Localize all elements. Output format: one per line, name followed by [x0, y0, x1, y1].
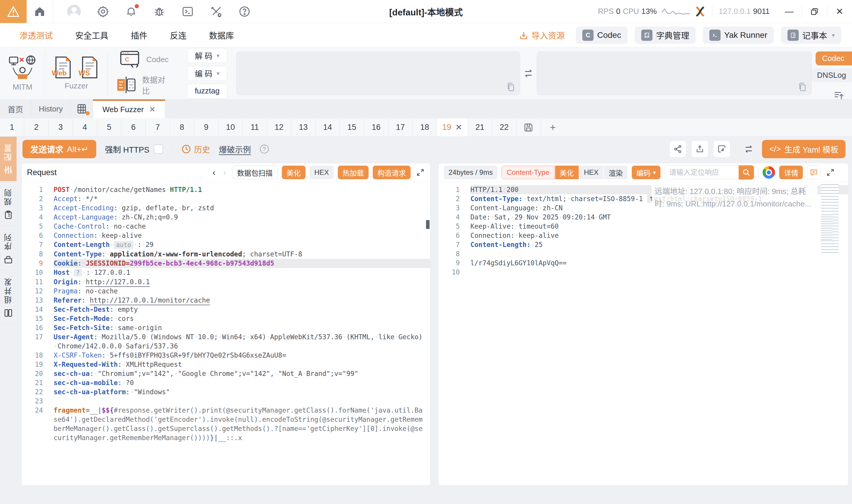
content-type-tag[interactable]: Content-Type	[502, 166, 554, 179]
fuzzer-subtab[interactable]: 4	[73, 118, 97, 136]
generate-yaml-button[interactable]: </>生成 Yaml 模板	[762, 140, 846, 158]
switch-layout-button[interactable]	[740, 141, 757, 158]
fuzzer-subtab[interactable]: 12	[267, 118, 291, 136]
response-editor[interactable]: 远端地址: 127.0.0.1:80; 响应时间: 9ms; 总耗时: 9ms;…	[438, 182, 848, 485]
force-https-option[interactable]: 强制 HTTPS	[105, 143, 163, 155]
notepad-button[interactable]: 记事本 ▾	[781, 26, 841, 44]
rail-item-序列[interactable]: 序列	[0, 226, 17, 271]
codec-input-textarea[interactable]	[236, 52, 520, 95]
collapse-panel-button[interactable]	[833, 90, 845, 101]
fuzzer-subtab[interactable]: 2	[24, 118, 49, 136]
export-button[interactable]	[691, 141, 709, 158]
codec-shortcut-button[interactable]: C Codec	[576, 26, 628, 44]
fuzzer-subtab[interactable]: 21	[468, 118, 492, 136]
force-https-checkbox[interactable]	[154, 144, 163, 154]
encode-response-button[interactable]: 编码▾	[632, 166, 661, 179]
fuzzer-subtab[interactable]: 6	[121, 118, 146, 136]
prev-request-button[interactable]: ‹	[211, 167, 217, 178]
fuzzer-subtab[interactable]: 14	[316, 118, 340, 136]
close-subtab-icon[interactable]: ✕	[455, 123, 462, 132]
copy-icon[interactable]	[797, 82, 807, 92]
home-button[interactable]	[27, 0, 53, 23]
restore-button[interactable]	[802, 0, 827, 23]
help-button[interactable]	[238, 5, 251, 18]
mitm-tool[interactable]: MITM	[0, 51, 45, 95]
fuzzer-subtab[interactable]: 19✕	[437, 118, 468, 136]
fuzzer-subtab[interactable]: 5	[97, 118, 121, 136]
rail-item-规则[interactable]: 规则	[0, 181, 17, 226]
close-button[interactable]: ✕	[827, 0, 852, 23]
render-response-button[interactable]: 渲染	[604, 166, 628, 179]
fuzzer-subtab[interactable]: 3	[49, 118, 73, 136]
menu-item[interactable]: 插件	[131, 29, 147, 41]
tab-history[interactable]: History	[31, 100, 71, 118]
fullscreen-response-button[interactable]	[826, 168, 835, 177]
fuzzer-subtab[interactable]: 16	[364, 118, 388, 136]
rail-item-组并发[interactable]: 组并发	[0, 271, 17, 324]
add-tab-button[interactable]: +	[541, 118, 565, 136]
comment-button[interactable]	[807, 166, 821, 179]
open-in-chrome-button[interactable]	[763, 166, 775, 179]
fuzzer-subtab[interactable]: 10	[219, 118, 243, 136]
yak-runner-button[interactable]: Yak Runner	[703, 26, 774, 44]
tools-button[interactable]	[210, 5, 222, 18]
share-button[interactable]	[670, 141, 686, 158]
dnslog-side-tab[interactable]: DNSLog	[812, 68, 852, 82]
scrollbar-thumb[interactable]	[426, 220, 430, 229]
insert-payload-button[interactable]	[713, 141, 730, 158]
fuzzer-subtab[interactable]: 18	[413, 118, 437, 136]
beautify-button[interactable]: 美化	[282, 166, 306, 179]
next-request-button[interactable]: ›	[222, 167, 228, 178]
yakit-logo[interactable]	[0, 0, 27, 23]
fuzzer-subtab[interactable]: 15	[340, 118, 364, 136]
menu-item[interactable]: 渗透测试	[19, 29, 53, 41]
search-button[interactable]	[738, 165, 754, 180]
menu-item[interactable]: 安全工具	[75, 29, 108, 41]
help-circle-icon[interactable]: ?	[260, 145, 269, 154]
bug-report-button[interactable]	[153, 5, 166, 18]
menu-item[interactable]: 反连	[170, 29, 187, 41]
history-button[interactable]: 历史	[181, 143, 210, 155]
rail-item-配置[interactable]: 配置	[0, 137, 17, 181]
fuzzer-subtab[interactable]: 17	[388, 118, 413, 136]
fullscreen-button[interactable]	[416, 168, 425, 177]
minimize-button[interactable]: —	[777, 0, 802, 23]
swap-button[interactable]	[520, 68, 537, 79]
blast-example-link[interactable]: 爆破示例	[219, 143, 251, 155]
data-compare-tool[interactable]: 数据对比	[116, 74, 173, 96]
hex-response-button[interactable]: HEX	[579, 166, 603, 179]
user-avatar[interactable]	[67, 5, 81, 18]
tab-web-fuzzer[interactable]: Web Fuzzer✕	[93, 100, 165, 118]
fuzzer-subtab[interactable]: 1	[0, 118, 24, 136]
fuzztag-button[interactable]: fuzztag	[187, 84, 227, 98]
notifications-button[interactable]	[125, 5, 137, 18]
send-request-button[interactable]: 发送请求Alt+↵	[22, 140, 96, 158]
hex-button[interactable]: HEX	[310, 166, 334, 179]
construct-request-button[interactable]: 构造请求	[373, 166, 411, 179]
detail-button[interactable]: 详情	[779, 166, 803, 179]
fuzzer-subtab[interactable]: 13	[291, 118, 316, 136]
import-resource-button[interactable]: 导入资源	[519, 29, 564, 41]
codec-tool[interactable]: C Codec	[120, 51, 169, 69]
web-fuzzer-shortcut[interactable]: Web	[54, 56, 72, 79]
codec-output-textarea[interactable]	[537, 52, 812, 95]
save-tabs-button[interactable]	[517, 118, 541, 136]
settings-button[interactable]	[97, 5, 109, 18]
fuzzer-subtab[interactable]: 11	[243, 118, 267, 136]
ws-fuzzer-shortcut[interactable]: WS	[80, 56, 99, 79]
packet-scan-button[interactable]: 数据包扫描	[232, 166, 278, 179]
encode-button[interactable]: 编 码▾	[187, 66, 227, 81]
tab-group-button[interactable]	[71, 100, 93, 118]
fuzzer-subtab[interactable]: 9	[194, 118, 219, 136]
fuzzer-subtab[interactable]: 22	[492, 118, 517, 136]
fuzzer-subtab[interactable]: 8	[170, 118, 194, 136]
tab-home[interactable]: 首页	[0, 100, 31, 118]
minimap[interactable]	[821, 183, 846, 254]
dictionary-manager-button[interactable]: 字典管理	[635, 26, 696, 44]
beautify-response-button[interactable]: 美化	[555, 166, 579, 179]
copy-icon[interactable]	[506, 82, 516, 92]
menu-item[interactable]: 数据库	[209, 29, 234, 41]
decode-button[interactable]: 解 码▾	[187, 48, 227, 63]
fuzzer-tool[interactable]: Web WS Fuzzer	[45, 51, 107, 95]
request-editor[interactable]: 1POST·/monitor/cache/getNames·HTTP/1.12A…	[22, 182, 430, 485]
